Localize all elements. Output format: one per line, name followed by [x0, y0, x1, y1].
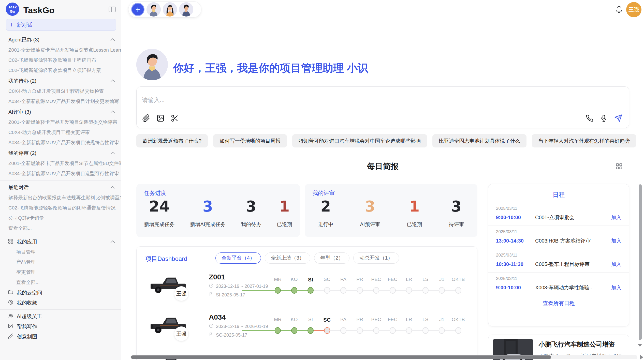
suggestion-chip[interactable]: 当下年轻人对汽车外观有怎样的喜好趋势: [532, 134, 636, 147]
schedule-item: 2025/03/11 9:00-10:00 C001-立项审批会 加入: [488, 202, 629, 226]
app-title: TaskGo: [23, 5, 54, 15]
sidebar-section-header[interactable]: AI评审 (3): [0, 107, 121, 117]
join-link[interactable]: 加入: [611, 284, 621, 291]
suggestion-chip[interactable]: 比亚迪全固态电池计划具体说了什么: [432, 134, 526, 147]
news-title: 小鹏飞行汽车制造公司增资: [539, 340, 625, 349]
my-apps-header[interactable]: 我的应用: [0, 237, 121, 247]
sidebar-task-item[interactable]: C0X4-动力总成开发项目工程变更评审: [0, 127, 121, 138]
sidebar-tool-item[interactable]: 帮我写作: [0, 321, 121, 332]
dashboard-tab[interactable]: 年型（2）: [314, 252, 349, 264]
schedule-event-title: C001-立项审批会: [529, 214, 608, 221]
pen-icon: [8, 333, 13, 340]
scissors-icon[interactable]: [171, 114, 179, 123]
stat-label: AI预评审: [360, 221, 380, 228]
attachment-icon[interactable]: [142, 114, 150, 123]
sidebar-task-item[interactable]: C0X4-动力总成开发项目SI里程碑提交物检查: [0, 86, 121, 96]
sidebar-task-item[interactable]: C02-飞腾新能源轻客改款项目立项汇报方案: [0, 65, 121, 76]
tool-label: AI超级员工: [17, 313, 42, 320]
tool-label: 帮我写作: [17, 323, 37, 330]
dashboard-tab[interactable]: 全新平台（4）: [215, 252, 261, 264]
suggestion-chip[interactable]: 如何写一份清晰的项目周报: [213, 134, 287, 147]
view-all-schedule-link[interactable]: 查看所有日程: [488, 300, 629, 307]
horizontal-scrollbar-thumb[interactable]: [131, 355, 551, 359]
sidebar-section-header[interactable]: 最近对话: [0, 182, 121, 193]
sidebar-task-item[interactable]: Z001-全新燃油皮卡产品开发项目SI节点Lesson Learn报告: [0, 45, 121, 55]
suggestion-chip[interactable]: 欧洲新规最近颁布了什么?: [136, 134, 208, 147]
suggestion-chip[interactable]: 特朗普可能对进口汽车增税会对中国车企造成哪些影响: [292, 134, 427, 147]
app-window: TaskGo TaskGo + 新对话 Agent已办 (3)Z001-全新燃油…: [0, 0, 644, 360]
member-avatar[interactable]: [179, 2, 193, 17]
sidebar-list: Agent已办 (3)Z001-全新燃油皮卡产品开发项目SI节点Lesson L…: [0, 34, 121, 342]
assistant-avatar: [136, 49, 168, 80]
apps-view-all[interactable]: 查看全部...: [0, 277, 121, 288]
stat-label: 已逾期: [407, 221, 422, 228]
schedule-date: 2025/03/11: [496, 229, 621, 234]
sidebar-tool-item[interactable]: 创意制图: [0, 332, 121, 342]
milestone-dot: [373, 287, 379, 294]
member-avatar[interactable]: [163, 2, 177, 17]
chevron-up-icon: [110, 152, 115, 154]
sidebar-link-favorites[interactable]: 我的收藏: [0, 298, 121, 308]
microphone-icon[interactable]: [600, 114, 608, 123]
project-flag-date: SC-2025-05-17: [216, 333, 247, 338]
milestone-dot: [324, 327, 330, 334]
sidebar-tool-item[interactable]: AI超级员工: [0, 311, 121, 321]
sidebar-section-header[interactable]: Agent已办 (3): [0, 34, 121, 45]
recent-chat-item[interactable]: C02-飞腾新能源轻客改款项目的闭环通告反馈情况: [0, 203, 121, 213]
chevron-up-icon: [110, 111, 115, 113]
member-avatar[interactable]: [147, 2, 161, 17]
user-avatar[interactable]: 王强: [626, 2, 641, 17]
chat-input[interactable]: [142, 94, 575, 106]
sidebar-task-item[interactable]: A034-全新新能源MUV产品开发项目法规符合性评审: [0, 138, 121, 148]
scroll-down-arrow-icon[interactable]: [638, 344, 642, 347]
sidebar-task-item[interactable]: A034-全新新能源MUV产品开发项目造型可行性评审: [0, 169, 121, 179]
sidebar-section-header[interactable]: 我的评审 (2): [0, 148, 121, 158]
sidebar-task-item[interactable]: C02-飞腾新能源轻客改款项目里程碑画布: [0, 55, 121, 65]
stat-label: 待评审: [449, 221, 464, 228]
join-link[interactable]: 加入: [611, 237, 621, 244]
chevron-up-icon: [110, 80, 115, 82]
recent-view-all[interactable]: 查看全部...: [0, 223, 121, 233]
card-title: 我的评审: [312, 189, 335, 197]
dashboard-tab[interactable]: 动总开发（1）: [353, 252, 399, 264]
scroll-right-arrow-icon[interactable]: [640, 355, 643, 359]
phone-icon[interactable]: [586, 114, 593, 123]
stat: 24 新增完成任务: [144, 199, 175, 228]
recent-chat-item[interactable]: 解释最新出台的欧盟报废车法规再生塑料比例被调至15%...: [0, 193, 121, 203]
sidebar-task-item[interactable]: Z001-全新燃油轻卡产品开发项目SI造型提交物评审: [0, 117, 121, 127]
schedule-item: 2025/03/11 10:30-11:30 C005-整车工程目标评审 加入: [488, 249, 629, 273]
card-title: 任务进度: [144, 189, 166, 197]
recent-chat-item[interactable]: 公司Q3轻卡销量: [0, 213, 121, 223]
notification-bell-icon[interactable]: [615, 5, 623, 14]
send-icon[interactable]: [614, 114, 622, 123]
app-sub-item[interactable]: 变更管理: [0, 267, 121, 277]
join-link[interactable]: 加入: [611, 261, 621, 268]
app-sub-item[interactable]: 产品管理: [0, 257, 121, 267]
sidebar-section-header[interactable]: 我的待办 (2): [0, 76, 121, 86]
stat-value: 1: [279, 199, 289, 215]
join-link[interactable]: 加入: [611, 214, 621, 221]
image-upload-icon[interactable]: [156, 114, 165, 123]
vertical-scrollbar-thumb[interactable]: [639, 184, 642, 340]
schedule-date: 2025/03/11: [496, 276, 621, 281]
stat: 1 已逾期: [277, 199, 292, 228]
suggestion-chips: 欧洲新规最近颁布了什么?如何写一份清晰的项目周报特朗普可能对进口汽车增税会对中国…: [136, 134, 636, 147]
sidebar-link-cloud-space[interactable]: 我的云空间: [0, 288, 121, 298]
sidebar-task-item[interactable]: Z001-全新燃油轻卡产品开发项目SI节点属性5D文件评审: [0, 158, 121, 169]
add-member-button[interactable]: +: [131, 3, 144, 16]
greeting-text: 你好，王强，我是你的项目管理助理 小识: [173, 61, 368, 75]
sidebar-collapse-icon[interactable]: [108, 6, 116, 13]
stat-value: 3: [365, 199, 375, 215]
briefing-grid-icon[interactable]: [616, 163, 623, 170]
link-label: 我的云空间: [17, 289, 42, 296]
stat-label: 我的待办: [241, 221, 261, 228]
app-sub-item[interactable]: 项目管理: [0, 247, 121, 257]
link-label: 我的收藏: [17, 299, 37, 306]
section-title: 我的应用: [17, 238, 37, 245]
stat: 1 已逾期: [407, 199, 422, 228]
horizontal-scrollbar-track[interactable]: [130, 355, 637, 359]
sidebar-task-item[interactable]: A034-全新新能源MUV产品开发项目计划变更表编写: [0, 96, 121, 107]
dashboard-tab[interactable]: 全新上装（3）: [265, 252, 310, 264]
new-chat-button[interactable]: + 新对话: [6, 19, 116, 31]
milestone-dot: [275, 287, 281, 294]
